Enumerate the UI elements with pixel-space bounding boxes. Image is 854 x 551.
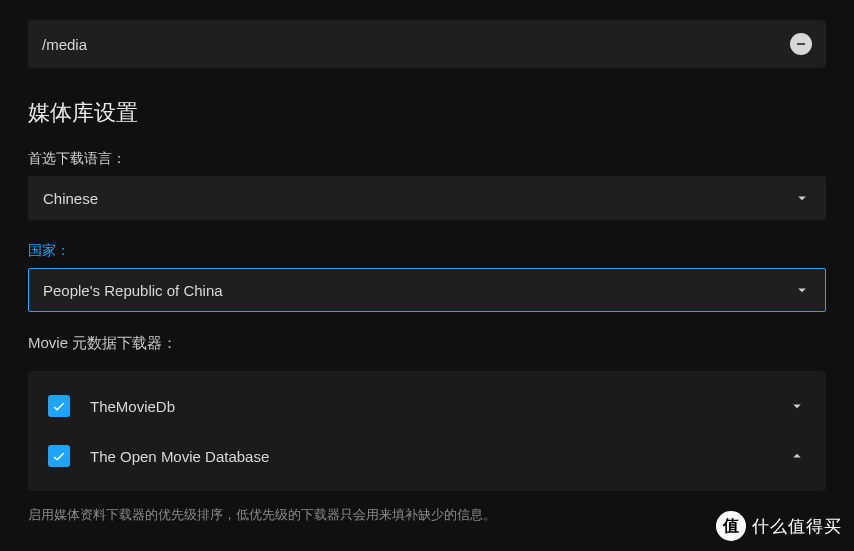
- svg-rect-0: [797, 43, 805, 45]
- library-path-text: /media: [42, 36, 87, 53]
- language-value: Chinese: [43, 190, 98, 207]
- watermark: 值 什么值得买: [716, 511, 842, 541]
- check-icon: [51, 448, 67, 464]
- watermark-text: 什么值得买: [752, 515, 842, 538]
- country-label: 国家：: [28, 242, 826, 260]
- downloader-item-themoviedb[interactable]: TheMovieDb: [28, 381, 826, 431]
- downloaders-label: Movie 元数据下载器：: [28, 334, 826, 353]
- watermark-badge: 值: [716, 511, 746, 541]
- library-path-row: /media: [28, 20, 826, 68]
- downloader-name: TheMovieDb: [90, 398, 788, 415]
- chevron-down-icon: [793, 281, 811, 299]
- remove-path-button[interactable]: [790, 33, 812, 55]
- downloader-checkbox[interactable]: [48, 445, 70, 467]
- downloader-checkbox[interactable]: [48, 395, 70, 417]
- section-title: 媒体库设置: [28, 98, 826, 128]
- chevron-up-icon: [788, 447, 806, 465]
- language-label: 首选下载语言：: [28, 150, 826, 168]
- check-icon: [51, 398, 67, 414]
- downloader-list: TheMovieDb The Open Movie Database: [28, 371, 826, 491]
- chevron-down-icon: [788, 397, 806, 415]
- downloaders-help-text: 启用媒体资料下载器的优先级排序，低优先级的下载器只会用来填补缺少的信息。: [28, 505, 826, 525]
- downloader-name: The Open Movie Database: [90, 448, 788, 465]
- language-select[interactable]: Chinese: [28, 176, 826, 220]
- country-value: People's Republic of China: [43, 282, 223, 299]
- minus-icon: [795, 38, 807, 50]
- country-select[interactable]: People's Republic of China: [28, 268, 826, 312]
- downloader-item-omdb[interactable]: The Open Movie Database: [28, 431, 826, 481]
- chevron-down-icon: [793, 189, 811, 207]
